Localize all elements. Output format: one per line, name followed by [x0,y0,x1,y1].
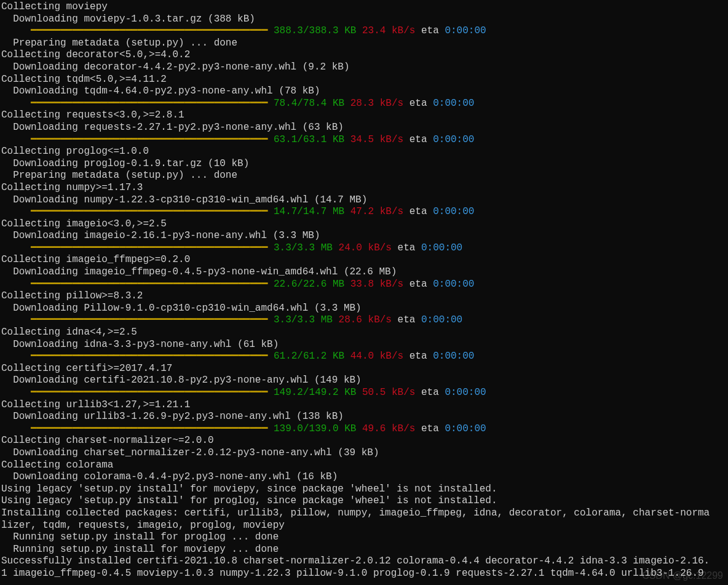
terminal-segment: Using legacy 'setup.py install' for movi… [1,484,497,495]
terminal-line: Preparing metadata (setup.py) ... done [1,170,237,181]
terminal-segment: Collecting imageio<3.0,>=2.5 [1,218,167,229]
terminal-segment: eta [398,314,421,325]
terminal-line: Successfully installed certifi-2021.10.8… [1,555,710,567]
terminal-segment: ━━━━━━━━━━━━━━━━━━━━━━━━━━━━━━━━━━━━━━━━ [1,206,274,217]
terminal-segment: Downloading proglog-0.1.9.tar.gz (10 kB) [1,158,249,169]
terminal-segment: Downloading charset_normalizer-2.0.12-py… [1,447,379,458]
terminal-line: Collecting requests<3.0,>=2.8.1 [1,109,184,121]
terminal-segment: 0:00:00 [421,314,462,325]
terminal-line: Collecting proglog<=1.0.0 [1,146,149,157]
terminal-segment: Collecting charset-normalizer~=2.0.0 [1,435,214,446]
terminal-segment: 149.2/149.2 KB [274,387,362,398]
terminal-line: Collecting pillow>=8.3.2 [1,290,143,301]
terminal-segment: 63.1/63.1 KB [274,134,350,145]
terminal-segment: 47.2 kB/s [350,206,410,217]
terminal-segment: 34.5 kB/s [350,134,410,145]
terminal-segment: eta [410,134,433,145]
terminal-line: Downloading requests-2.27.1-py2.py3-none… [1,122,344,133]
terminal-line: ━━━━━━━━━━━━━━━━━━━━━━━━━━━━━━━━━━━━━━━━… [1,314,462,325]
terminal-segment: 0:00:00 [445,423,486,434]
terminal-segment: eta [421,423,445,434]
terminal-segment: ━━━━━━━━━━━━━━━━━━━━━━━━━━━━━━━━━━━━━━━━ [1,351,274,362]
terminal-line: ━━━━━━━━━━━━━━━━━━━━━━━━━━━━━━━━━━━━━━━━… [1,98,474,109]
terminal-segment: Downloading numpy-1.22.3-cp310-cp310-win… [1,194,367,205]
terminal-segment: 28.3 kB/s [350,98,410,109]
terminal-segment: ━━━━━━━━━━━━━━━━━━━━━━━━━━━━━━━━━━━━━━━━ [1,314,274,325]
terminal-segment: 0:00:00 [433,279,474,290]
terminal-segment: 0:00:00 [445,387,486,398]
terminal-line: Collecting tqdm<5.0,>=4.11.2 [1,74,167,85]
terminal-segment: eta [410,206,433,217]
terminal-line: Downloading charset_normalizer-2.0.12-py… [1,447,379,458]
terminal-line: Collecting moviepy [1,1,108,12]
terminal-segment: Downloading urllib3-1.26.9-py2.py3-none-… [1,411,344,422]
terminal-line: Collecting imageio_ffmpeg>=0.2.0 [1,254,190,265]
terminal-line: Preparing metadata (setup.py) ... done [1,38,237,49]
terminal-line: Downloading urllib3-1.26.9-py2.py3-none-… [1,411,344,422]
terminal-line: Collecting charset-normalizer~=2.0.0 [1,435,214,446]
terminal-line: Downloading imageio-2.16.1-py3-none-any.… [1,230,320,241]
terminal-segment: ━━━━━━━━━━━━━━━━━━━━━━━━━━━━━━━━━━━━━━━━ [1,134,274,145]
terminal-segment: 0:00:00 [433,206,474,217]
terminal-segment: 61.2/61.2 KB [274,351,350,362]
terminal-line: Collecting certifi>=2017.4.17 [1,363,172,374]
terminal-line: ━━━━━━━━━━━━━━━━━━━━━━━━━━━━━━━━━━━━━━━━… [1,25,486,36]
terminal-segment: 139.0/139.0 KB [274,423,362,434]
terminal-segment: ━━━━━━━━━━━━━━━━━━━━━━━━━━━━━━━━━━━━━━━━ [1,25,274,36]
terminal-segment: 24.0 kB/s [339,242,398,253]
terminal-line: ━━━━━━━━━━━━━━━━━━━━━━━━━━━━━━━━━━━━━━━━… [1,423,486,434]
terminal-line: 1 imageio_ffmpeg-0.4.5 moviepy-1.0.3 num… [1,568,704,579]
terminal-line: ━━━━━━━━━━━━━━━━━━━━━━━━━━━━━━━━━━━━━━━━… [1,206,474,217]
terminal-segment: Downloading Pillow-9.1.0-cp310-cp310-win… [1,303,362,314]
terminal-segment: Collecting urllib3<1.27,>=1.21.1 [1,399,190,410]
terminal-segment: eta [410,351,433,362]
terminal-line: Downloading moviepy-1.0.3.tar.gz (388 kB… [1,14,255,25]
terminal-line: ━━━━━━━━━━━━━━━━━━━━━━━━━━━━━━━━━━━━━━━━… [1,134,474,145]
terminal-line: Running setup.py install for moviepy ...… [1,544,279,555]
terminal-segment: Collecting decorator<5.0,>=4.0.2 [1,49,190,60]
terminal-segment: 14.7/14.7 MB [274,206,350,217]
terminal-segment: Collecting numpy>=1.17.3 [1,182,143,193]
terminal-segment: Downloading idna-3.3-py3-none-any.whl (6… [1,339,279,350]
terminal-segment: lizer, tqdm, requests, imageio, proglog,… [1,520,285,531]
terminal-line: ━━━━━━━━━━━━━━━━━━━━━━━━━━━━━━━━━━━━━━━━… [1,351,474,362]
terminal-line: lizer, tqdm, requests, imageio, proglog,… [1,520,285,531]
terminal-segment: ━━━━━━━━━━━━━━━━━━━━━━━━━━━━━━━━━━━━━━━━ [1,242,274,253]
terminal-segment: 33.8 kB/s [350,279,410,290]
terminal-segment: Collecting pillow>=8.3.2 [1,290,143,301]
terminal-line: Downloading tqdm-4.64.0-py2.py3-none-any… [1,86,320,97]
terminal-segment: Downloading imageio_ffmpeg-0.4.5-py3-non… [1,266,397,277]
terminal-line: Downloading proglog-0.1.9.tar.gz (10 kB) [1,158,249,169]
terminal-segment: Collecting proglog<=1.0.0 [1,146,149,157]
terminal-segment: Downloading requests-2.27.1-py2.py3-none… [1,122,344,133]
terminal-line: Running setup.py install for proglog ...… [1,531,279,543]
terminal-segment: 3.3/3.3 MB [274,242,339,253]
terminal-segment: Downloading certifi-2021.10.8-py2.py3-no… [1,375,362,386]
terminal-segment: Downloading colorama-0.4.4-py2.py3-none-… [1,471,338,482]
terminal-segment: Downloading moviepy-1.0.3.tar.gz (388 kB… [1,14,255,25]
terminal-segment: 0:00:00 [433,98,474,109]
terminal-segment: 388.3/388.3 KB [274,25,362,36]
terminal-segment: ━━━━━━━━━━━━━━━━━━━━━━━━━━━━━━━━━━━━━━━━ [1,387,274,398]
terminal-segment: 28.6 kB/s [339,314,398,325]
terminal-segment: Collecting requests<3.0,>=2.8.1 [1,109,184,121]
terminal-line: Collecting colorama [1,460,113,471]
terminal-segment: Collecting tqdm<5.0,>=4.11.2 [1,74,167,85]
terminal-segment: 50.5 kB/s [362,387,421,398]
terminal-segment: ━━━━━━━━━━━━━━━━━━━━━━━━━━━━━━━━━━━━━━━━ [1,279,274,290]
terminal-line: Downloading numpy-1.22.3-cp310-cp310-win… [1,194,367,205]
terminal-line: Downloading imageio_ffmpeg-0.4.5-py3-non… [1,266,397,277]
terminal-output: Collecting moviepy Downloading moviepy-1… [0,0,728,581]
terminal-segment: eta [410,279,433,290]
terminal-segment: Collecting idna<4,>=2.5 [1,327,137,338]
terminal-segment: 78.4/78.4 KB [274,98,350,109]
terminal-segment: Running setup.py install for moviepy ...… [1,544,279,555]
terminal-line: ━━━━━━━━━━━━━━━━━━━━━━━━━━━━━━━━━━━━━━━━… [1,387,486,398]
terminal-line: ━━━━━━━━━━━━━━━━━━━━━━━━━━━━━━━━━━━━━━━━… [1,279,474,290]
terminal-line: Using legacy 'setup.py install' for movi… [1,484,497,495]
terminal-segment: 3.3/3.3 MB [274,314,339,325]
terminal-segment: 23.4 kB/s [362,25,421,36]
terminal-segment: 22.6/22.6 MB [274,279,350,290]
terminal-segment: eta [410,98,433,109]
terminal-line: Collecting numpy>=1.17.3 [1,182,143,193]
